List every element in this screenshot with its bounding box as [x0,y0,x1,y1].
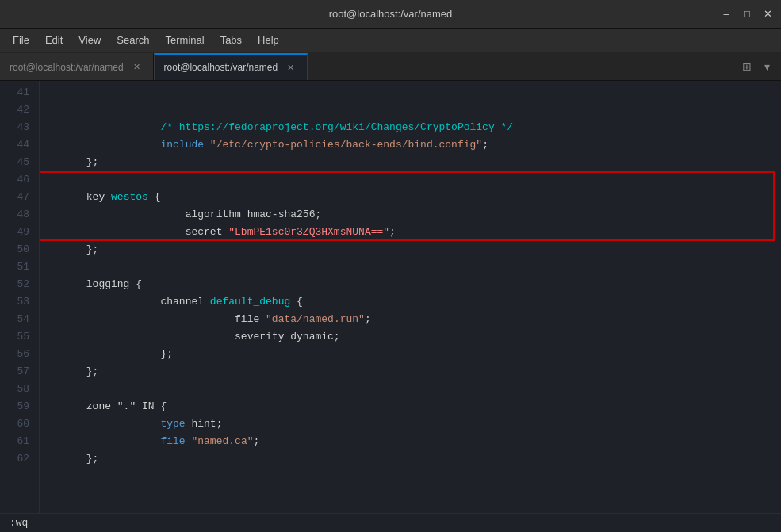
ln-55: 55 [6,328,29,346]
line-numbers: 41 42 43 44 45 46 47 48 49 50 51 52 53 5… [0,81,40,513]
ln-56: 56 [6,346,29,363]
ln-43: 43 [6,119,29,136]
code-line-61: }; [49,433,781,450]
code-line-53: file "data/named.run"; [49,293,781,311]
tab-1-close[interactable]: ✕ [130,60,144,74]
code-line-48: secret "LbmPE1sc0r3ZQ3HXmsNUNA=="; [49,206,781,224]
ln-41: 41 [6,84,29,101]
code-line-47: algorithm hmac-sha256; [49,189,781,206]
tab-2-label: root@localhost:/var/named [164,62,278,73]
window-controls: – □ ✕ [719,7,775,21]
ln-51: 51 [6,258,29,276]
code-area: 41 42 43 44 45 46 47 48 49 50 51 52 53 5… [0,81,781,513]
ln-58: 58 [6,381,29,398]
code-line-52: channel default_debug { [49,276,781,293]
code-line-62 [49,450,781,468]
tab-bar-actions: ⊞ ▾ [737,59,775,75]
ln-49: 49 [6,224,29,241]
ln-52: 52 [6,276,29,293]
ln-47: 47 [6,189,29,206]
menu-view[interactable]: View [72,33,107,48]
status-bar: :wq [0,513,781,532]
ln-50: 50 [6,241,29,258]
code-line-51: logging { [49,258,781,276]
new-tab-button[interactable]: ⊞ [737,59,756,75]
code-content[interactable]: /* https://fedoraproject.org/wiki/Change… [40,81,781,513]
ln-48: 48 [6,206,29,224]
tab-1-label: root@localhost:/var/named [10,62,124,73]
menu-file[interactable]: File [6,33,36,48]
code-line-41 [49,84,781,101]
ln-57: 57 [6,363,29,381]
code-line-56: }; [49,346,781,363]
ln-53: 53 [6,293,29,311]
code-line-42: /* https://fedoraproject.org/wiki/Change… [49,101,781,119]
menu-bar: File Edit View Search Terminal Tabs Help [0,29,781,52]
maximize-button[interactable]: □ [740,7,754,21]
menu-search[interactable]: Search [110,33,155,48]
status-text: :wq [10,517,28,529]
code-line-59: type hint; [49,398,781,415]
title-bar: root@localhost:/var/named – □ ✕ [0,0,781,29]
code-line-57 [49,363,781,381]
ln-62: 62 [6,450,29,468]
minimize-button[interactable]: – [719,7,733,21]
menu-terminal[interactable]: Terminal [159,33,211,48]
close-button[interactable]: ✕ [760,7,775,21]
tab-2[interactable]: root@localhost:/var/named ✕ [154,53,308,80]
tab-1[interactable]: root@localhost:/var/named ✕ [0,53,154,80]
code-line-43: include "/etc/crypto-policies/back-ends/… [49,119,781,136]
code-line-44: }; [49,136,781,154]
menu-edit[interactable]: Edit [39,33,69,48]
menu-help[interactable]: Help [251,33,285,48]
menu-tabs[interactable]: Tabs [214,33,248,48]
code-line-45 [49,154,781,171]
code-line-46: key westos { [49,171,781,189]
code-line-49: }; [49,224,781,241]
ln-61: 61 [6,433,29,450]
ln-44: 44 [6,136,29,154]
ln-60: 60 [6,415,29,433]
tab-2-close[interactable]: ✕ [284,61,297,75]
code-line-55: }; [49,328,781,346]
window-title: root@localhost:/var/named [329,8,453,20]
ln-46: 46 [6,171,29,189]
code-line-58: zone "." IN { [49,381,781,398]
code-line-60: file "named.ca"; [49,415,781,433]
tab-menu-button[interactable]: ▾ [760,59,775,75]
ln-45: 45 [6,154,29,171]
tab-bar: root@localhost:/var/named ✕ root@localho… [0,52,781,81]
code-line-50 [49,241,781,258]
ln-42: 42 [6,101,29,119]
ln-54: 54 [6,311,29,328]
ln-59: 59 [6,398,29,415]
code-line-54: severity dynamic; [49,311,781,328]
